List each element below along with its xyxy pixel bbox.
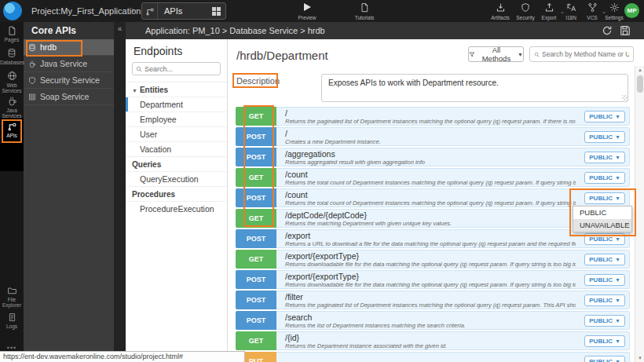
visibility-dropdown-button[interactable]: PUBLIC ▼ bbox=[584, 356, 625, 362]
endpoint-row[interactable]: GET /export/{exportType} Returns downloa… bbox=[236, 250, 630, 269]
endpoint-row[interactable]: GET /{id} Returns the Department instanc… bbox=[236, 331, 630, 350]
apis-icon bbox=[7, 121, 17, 131]
endpoint-row[interactable]: PUT PUBLIC ▼ bbox=[236, 352, 630, 362]
database-icon bbox=[28, 43, 36, 52]
visibility-dropdown-button[interactable]: PUBLIC ▼ bbox=[584, 111, 625, 122]
user-avatar[interactable]: MP bbox=[624, 3, 639, 18]
sidebar-item-web-services[interactable]: Web Services bbox=[0, 71, 24, 93]
visibility-menu: PUBLIC UNAVAILABLE bbox=[573, 206, 632, 232]
apis-icon bbox=[142, 3, 158, 19]
section-entities[interactable]: ▼Entities bbox=[126, 82, 227, 97]
visibility-dropdown-button[interactable]: PUBLIC ▼ bbox=[584, 254, 625, 265]
visibility-dropdown-button[interactable]: PUBLIC ▼ bbox=[584, 233, 625, 245]
visibility-dropdown-button[interactable]: PUBLIC ▼ bbox=[584, 335, 625, 347]
core-api-item-security-service[interactable]: Security Service bbox=[24, 72, 114, 89]
visibility-dropdown-button[interactable]: PUBLIC ▼ bbox=[584, 294, 625, 306]
endpoint-item-department[interactable]: Department bbox=[126, 97, 227, 112]
tab-apis[interactable]: APIs bbox=[141, 2, 226, 20]
resize-grip-icon[interactable] bbox=[622, 95, 628, 101]
logs-icon bbox=[8, 313, 16, 322]
method-badge: POST bbox=[236, 311, 276, 330]
visibility-dropdown-button[interactable]: PUBLIC ▼ bbox=[584, 315, 625, 327]
endpoint-row[interactable]: POST /export/{exportType} Returns downlo… bbox=[236, 270, 630, 289]
refresh-icon[interactable] bbox=[602, 25, 613, 36]
section-procedures[interactable]: Procedures bbox=[126, 186, 227, 201]
endpoint-row[interactable]: POST /count Returns the total count of D… bbox=[236, 188, 630, 207]
caret-down-icon: ▼ bbox=[518, 52, 523, 57]
visibility-dropdown-button[interactable]: PUBLIC ▼ bbox=[584, 152, 625, 163]
endpoint-description: Returns aggregated result with given agg… bbox=[285, 159, 576, 166]
menu-item-public[interactable]: PUBLIC bbox=[573, 207, 631, 219]
endpoint-row[interactable]: POST /filter Returns the paginated list … bbox=[236, 291, 630, 309]
method-filter-dropdown[interactable]: All Methods ▼ bbox=[468, 46, 524, 62]
left-rail: Pages Databases Web Services Java Servic… bbox=[0, 22, 24, 362]
method-search[interactable] bbox=[529, 46, 634, 62]
save-icon[interactable] bbox=[620, 25, 631, 36]
method-badge: GET bbox=[236, 331, 276, 350]
sidebar-item-apis[interactable]: APIs bbox=[0, 121, 24, 138]
grid-icon[interactable] bbox=[212, 7, 221, 16]
endpoint-description: Returns the Department instance associat… bbox=[285, 342, 576, 349]
caret-down-icon: ▼ bbox=[615, 236, 620, 242]
breadcrumb: Application: PM_10 > Database Service > … bbox=[145, 22, 325, 39]
endpoints-search-input[interactable] bbox=[145, 65, 212, 73]
endpoint-item-user[interactable]: User bbox=[126, 126, 227, 141]
method-badge: POST bbox=[236, 291, 276, 309]
endpoint-row[interactable]: POST /export Returns a URL to download a… bbox=[236, 229, 630, 248]
endpoint-item-procedureexecution[interactable]: ProcedureExecution bbox=[126, 201, 227, 216]
method-badge: GET bbox=[236, 209, 276, 228]
core-api-item-hrdb[interactable]: hrdb bbox=[24, 39, 114, 56]
endpoint-item-vacation[interactable]: Vacation bbox=[126, 141, 227, 156]
endpoint-row[interactable]: POST / Creates a new Department instance… bbox=[236, 127, 630, 146]
collapse-panel-icon[interactable]: « bbox=[114, 22, 126, 36]
sidebar-item-java-services[interactable]: Java Services bbox=[0, 96, 24, 119]
preview-button[interactable]: Preview bbox=[293, 2, 321, 20]
visibility-dropdown-button[interactable]: PUBLIC ▼ bbox=[584, 192, 625, 204]
sidebar-item-databases[interactable]: Databases bbox=[0, 48, 24, 65]
status-url: https://ent-dev.wavemakeronline.com/stud… bbox=[0, 351, 245, 362]
caret-down-icon: ▼ bbox=[615, 257, 620, 262]
sidebar-item-pages[interactable]: Pages bbox=[0, 26, 24, 42]
soap-icon bbox=[28, 93, 36, 101]
endpoint-path: /deptCode/{deptCode} bbox=[285, 210, 576, 220]
endpoint-row[interactable]: POST /search Returns the list of Departm… bbox=[236, 311, 630, 330]
endpoint-row[interactable]: GET /deptCode/{deptCode} Returns the mat… bbox=[236, 209, 630, 228]
sidebar-item-logs[interactable]: Logs bbox=[0, 313, 24, 329]
menu-item-unavailable[interactable]: UNAVAILABLE bbox=[573, 219, 631, 232]
caret-down-icon: ▼ bbox=[615, 114, 620, 119]
description-label: Description bbox=[236, 76, 280, 86]
caret-down-icon: ▼ bbox=[615, 155, 620, 160]
endpoint-row[interactable]: GET /count Returns the total count of De… bbox=[236, 168, 630, 187]
vertical-scrollbar[interactable]: ▲ ▼ bbox=[635, 66, 644, 362]
scroll-up-icon[interactable]: ▲ bbox=[635, 68, 644, 72]
core-apis-title: Core APIs bbox=[24, 22, 114, 39]
visibility-dropdown-button[interactable]: PUBLIC ▼ bbox=[584, 172, 625, 184]
endpoint-item-queryexecution[interactable]: QueryExecution bbox=[126, 171, 227, 186]
search-icon bbox=[136, 66, 142, 72]
tutorials-button[interactable]: Tutorials bbox=[350, 2, 379, 20]
endpoints-search[interactable] bbox=[132, 62, 221, 75]
caret-down-icon: ▼ bbox=[615, 298, 620, 303]
java-services-icon bbox=[7, 96, 17, 106]
visibility-dropdown-button[interactable]: PUBLIC ▼ bbox=[584, 131, 625, 143]
scroll-down-icon[interactable]: ▼ bbox=[635, 356, 644, 360]
artifacts-button[interactable]: Artifacts bbox=[486, 2, 514, 20]
endpoint-path: /export/{exportType} bbox=[285, 272, 576, 281]
description-textarea[interactable]: Exposes APIs to work with Department res… bbox=[321, 74, 628, 102]
endpoint-row[interactable]: POST /aggregations Returns aggregated re… bbox=[236, 148, 630, 166]
section-queries[interactable]: Queries bbox=[126, 156, 227, 171]
endpoints-title: Endpoints bbox=[126, 39, 227, 62]
endpoint-description: Returns the total count of Department in… bbox=[285, 199, 576, 207]
method-badge: POST bbox=[236, 270, 276, 289]
sidebar-item-file-explorer[interactable]: File Explorer bbox=[0, 286, 24, 308]
visibility-dropdown-button[interactable]: PUBLIC ▼ bbox=[584, 274, 625, 286]
endpoint-description: Creates a new Department instance. bbox=[285, 138, 576, 145]
method-search-input[interactable] bbox=[542, 50, 629, 58]
endpoint-item-employee[interactable]: Employee bbox=[126, 112, 227, 126]
core-api-item-soap-service[interactable]: Soap Service bbox=[24, 89, 114, 105]
endpoint-description: Returns the paginated list of Department… bbox=[285, 118, 576, 125]
core-apis-panel: Core APIs hrdb Java Service Security Ser… bbox=[24, 22, 114, 362]
scrollbar-thumb[interactable] bbox=[637, 75, 643, 93]
endpoint-row[interactable]: GET / Returns the paginated list of Depa… bbox=[236, 107, 630, 126]
core-api-item-java-service[interactable]: Java Service bbox=[24, 56, 114, 72]
